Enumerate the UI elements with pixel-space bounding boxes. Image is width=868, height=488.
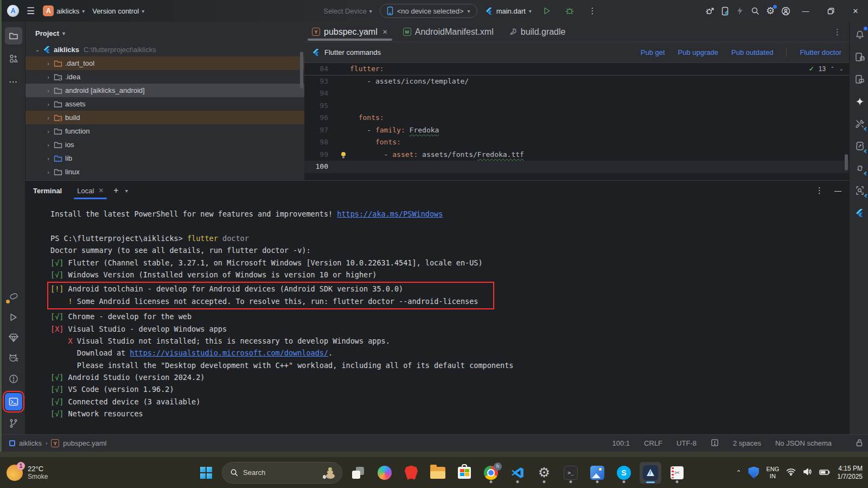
highlighting-level-icon[interactable] bbox=[711, 439, 719, 448]
unlocked-icon[interactable] bbox=[856, 439, 863, 448]
taskbar-app-microsoft-store[interactable] bbox=[454, 462, 475, 484]
device-selector[interactable]: <no device selected> ▾ bbox=[380, 4, 477, 18]
editor-tab-pubspec.yaml[interactable]: Ypubspec.yaml✕ bbox=[304, 22, 395, 42]
wifi-icon[interactable] bbox=[786, 468, 796, 478]
flutter-action-pub-outdated[interactable]: Pub outdated bbox=[731, 48, 773, 56]
chevron-right-icon[interactable]: › bbox=[44, 101, 53, 107]
settings-icon[interactable]: ⚙ bbox=[763, 3, 778, 18]
tree-item-function[interactable]: ›function bbox=[25, 124, 304, 138]
flutter-action-pub-get[interactable]: Pub get bbox=[641, 48, 665, 56]
tree-item-lib[interactable]: ›lib bbox=[25, 151, 304, 165]
tray-chevron-icon[interactable]: ⌃ bbox=[736, 469, 741, 477]
tree-item-.idea[interactable]: ›.idea bbox=[25, 70, 304, 84]
dart-analysis-icon[interactable] bbox=[5, 288, 22, 305]
taskbar-app-brave[interactable] bbox=[400, 462, 422, 484]
search-everywhere-icon[interactable] bbox=[748, 3, 763, 18]
taskbar-app-task-view[interactable] bbox=[347, 462, 369, 484]
project-panel-header[interactable]: Project ▾ bbox=[25, 22, 304, 43]
taskbar-app-copilot[interactable] bbox=[374, 462, 395, 484]
taskbar-app-snipping-tool[interactable]: ✂ bbox=[666, 462, 688, 484]
more-tool-windows-icon[interactable]: ⋯ bbox=[5, 73, 22, 90]
run-button[interactable] bbox=[539, 3, 554, 18]
flutter-devtools-icon[interactable] bbox=[851, 115, 868, 132]
tree-item-android[interactable]: ›android [aiklicks_android] bbox=[25, 84, 304, 97]
taskbar-app-skype[interactable]: S bbox=[613, 462, 635, 484]
code-editor[interactable]: 84 flutter: ✓ 13 ⌃ ⌄ 93 - assets/icons/t… bbox=[304, 63, 849, 180]
run-tool-window-icon[interactable] bbox=[5, 308, 22, 326]
indent-setting[interactable]: 2 spaces bbox=[733, 439, 761, 447]
taskbar-app-windows-terminal[interactable]: >_ bbox=[560, 462, 582, 484]
device-mirror-icon[interactable] bbox=[717, 3, 732, 18]
code-line-97[interactable]: 97 - family: Fredoka bbox=[304, 124, 849, 137]
code-line-93[interactable]: 93 - assets/icons/template/ bbox=[304, 75, 849, 88]
tree-item-linux[interactable]: ›linux bbox=[25, 165, 304, 179]
device-explorer-icon[interactable] bbox=[851, 71, 868, 88]
windows-security-icon[interactable] bbox=[748, 467, 759, 479]
clock-widget[interactable]: 4:15 PM 1/7/2025 bbox=[837, 465, 863, 481]
taskbar-app-file-explorer[interactable] bbox=[427, 462, 449, 484]
close-tab-icon[interactable]: ✕ bbox=[382, 28, 388, 36]
chevron-right-icon[interactable]: › bbox=[44, 128, 53, 135]
tree-item-build[interactable]: ›build bbox=[25, 111, 304, 124]
tree-item-ios[interactable]: ›ios bbox=[25, 138, 304, 151]
terminal-link[interactable]: https://aka.ms/PSWindows bbox=[337, 210, 443, 218]
problems-icon[interactable] bbox=[5, 370, 22, 388]
taskbar-search[interactable]: Search bbox=[222, 462, 342, 484]
version-control-tool-icon[interactable] bbox=[5, 415, 22, 432]
version-control-widget[interactable]: Version control ▾ bbox=[92, 7, 144, 15]
next-problem-icon[interactable]: ⌄ bbox=[839, 63, 844, 75]
chevron-right-icon[interactable]: › bbox=[44, 115, 53, 121]
editor-tab-AndroidManifest.xml[interactable]: MAndroidManifest.xml bbox=[395, 22, 501, 42]
lightning-icon[interactable] bbox=[732, 3, 748, 18]
chevron-right-icon[interactable]: › bbox=[44, 74, 53, 80]
deep-links-icon[interactable] bbox=[851, 160, 868, 177]
inspections-widget[interactable]: ✓ 13 ⌃ ⌄ bbox=[809, 63, 844, 75]
flutter-property-editor-icon[interactable] bbox=[851, 137, 868, 155]
close-tab-icon[interactable]: ✕ bbox=[98, 187, 104, 194]
chevron-down-icon[interactable]: ⌄ bbox=[33, 46, 42, 53]
editor-tab-build.gradle[interactable]: build.gradle bbox=[501, 22, 573, 42]
terminal-more-icon[interactable]: ⋮ bbox=[815, 186, 824, 195]
line-ending[interactable]: CRLF bbox=[644, 439, 662, 447]
project-widget[interactable]: A aiklicks ▾ bbox=[43, 5, 85, 16]
running-devices-icon[interactable] bbox=[851, 48, 868, 66]
tabs-more-icon[interactable]: ⋮ bbox=[833, 27, 849, 37]
tree-item-aiklicks[interactable]: ⌄aiklicksC:\flutterproject\aiklicks bbox=[25, 43, 304, 56]
gem-icon[interactable] bbox=[5, 329, 22, 346]
weather-widget[interactable]: 1 22°C Smoke bbox=[0, 465, 195, 481]
flutter-action-flutter-doctor[interactable]: Flutter doctor bbox=[800, 48, 841, 56]
taskbar-app-start[interactable] bbox=[195, 462, 217, 484]
taskbar-app-chrome[interactable]: h bbox=[480, 462, 502, 484]
more-actions-button[interactable]: ⋮ bbox=[585, 3, 600, 18]
taskbar-app-photos[interactable] bbox=[586, 462, 608, 484]
resource-manager-icon[interactable] bbox=[5, 50, 22, 67]
code-line-100[interactable]: 100 bbox=[304, 161, 849, 173]
terminal-title[interactable]: Terminal bbox=[33, 187, 62, 195]
terminal-output[interactable]: Install the latest PowerShell for new fe… bbox=[25, 200, 849, 420]
code-line-98[interactable]: 98 fonts: bbox=[304, 136, 849, 149]
tree-item-assets[interactable]: ›assets bbox=[25, 97, 304, 111]
minimize-button[interactable]: — bbox=[793, 0, 818, 22]
breadcrumb-project[interactable]: aiklicks bbox=[19, 439, 42, 447]
gemini-icon[interactable] bbox=[851, 93, 868, 110]
select-device-dropdown[interactable]: Select Device ▾ bbox=[323, 7, 372, 15]
project-tool-icon[interactable] bbox=[5, 27, 22, 45]
terminal-tool-icon[interactable] bbox=[5, 393, 22, 410]
code-line-95[interactable]: 95 bbox=[304, 100, 849, 112]
caret-position[interactable]: 100:1 bbox=[612, 439, 630, 447]
breadcrumb-file[interactable]: pubspec.yaml bbox=[63, 439, 106, 447]
cat-icon[interactable] bbox=[5, 350, 22, 367]
terminal-tab-local[interactable]: Local ✕ bbox=[76, 182, 105, 199]
notifications-icon[interactable] bbox=[851, 26, 868, 43]
flutter-outline-icon[interactable] bbox=[851, 204, 868, 221]
intention-bulb-icon[interactable] bbox=[338, 149, 350, 161]
encoding[interactable]: UTF-8 bbox=[676, 439, 697, 447]
language-switcher[interactable]: ENG IN bbox=[766, 466, 779, 480]
project-scrollbar[interactable] bbox=[300, 52, 303, 88]
attach-debugger-icon[interactable] bbox=[702, 3, 717, 18]
new-terminal-icon[interactable]: + bbox=[113, 186, 118, 195]
tree-item-.dart_tool[interactable]: ›.dart_tool bbox=[25, 56, 304, 70]
volume-icon[interactable] bbox=[803, 468, 812, 478]
taskbar-app-android-studio[interactable] bbox=[640, 462, 661, 484]
chevron-right-icon[interactable]: › bbox=[44, 60, 53, 67]
